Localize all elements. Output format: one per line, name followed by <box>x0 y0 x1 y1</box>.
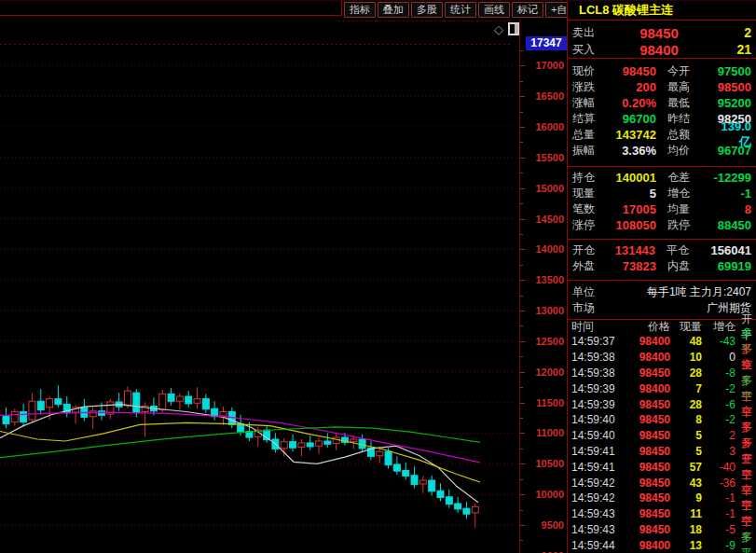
field-value: 156041 <box>711 243 751 257</box>
field-label: 振幅 <box>572 143 606 159</box>
field-value: 200 <box>606 80 656 94</box>
field-label: 持仓 <box>572 170 606 186</box>
field-label: 昨结 <box>656 111 712 127</box>
field-value: 140001 <box>606 171 656 185</box>
candle <box>324 441 331 444</box>
tape-header-cell: 增仓 <box>702 319 735 335</box>
field-value: 5 <box>606 187 656 200</box>
quote-row: 现量5增仓-1 <box>568 186 756 201</box>
field-label: 平仓 <box>655 242 711 258</box>
candle <box>316 441 323 446</box>
quote-section-position: 持仓140001仓差-12299现量5增仓-1笔数17005均量8涨停10805… <box>568 167 756 240</box>
contract-info: 单位每手1吨 主力月:2407市场广州期货 <box>568 281 756 320</box>
field-label: 今开 <box>656 63 712 79</box>
axis-minor-tick <box>520 387 523 388</box>
candle <box>472 506 478 513</box>
tape-row: 14:59:42984509-1空平 <box>568 491 756 506</box>
price-axis: 17347 1700016500160001550015000145001400… <box>519 20 567 553</box>
bid-label: 买入 <box>572 42 606 58</box>
field-label: 总额 <box>656 127 712 143</box>
candle <box>298 443 305 448</box>
trade-price: 98400 <box>627 335 670 348</box>
field-value: 17005 <box>606 202 656 216</box>
field-value: 广州期货 <box>628 300 751 316</box>
trade-volume: 28 <box>670 398 702 411</box>
trade-time: 14:59:37 <box>571 335 627 348</box>
toolbar-button-5[interactable]: 画线 <box>478 2 510 18</box>
candlestick-chart[interactable] <box>0 20 519 553</box>
quote-section-openclose: 开仓131443平仓156041外盘73823内盘69919 <box>568 240 756 281</box>
axis-tick <box>520 372 525 373</box>
quote-row: 振幅3.36%均价96707 <box>568 143 756 159</box>
trade-oi-delta: -2 <box>702 382 735 395</box>
toolbar-button-6[interactable]: 标记 <box>512 2 543 18</box>
axis-tick <box>520 96 525 97</box>
trade-price: 98450 <box>627 523 670 536</box>
toolbar-button-4[interactable]: 统计 <box>445 2 476 18</box>
candle <box>455 504 461 509</box>
trade-volume: 28 <box>670 366 702 380</box>
ask-label: 卖出 <box>572 25 606 41</box>
trade-oi-delta: -5 <box>702 523 735 536</box>
tape-row: 14:59:439845018-5空平 <box>568 522 756 538</box>
axis-label: 9500 <box>542 518 564 532</box>
ma-white <box>0 405 478 503</box>
axis-label: 13000 <box>535 304 564 317</box>
quote-panel: LCL8 碳酸锂主连 卖出984502买入9840021 现价98450今开97… <box>567 1 756 553</box>
field-label: 总量 <box>572 127 606 143</box>
axis-high-value-badge: 17347 <box>526 36 567 50</box>
toolbar-button-1[interactable]: 指标 <box>344 2 376 18</box>
trade-time: 14:59:39 <box>571 398 627 411</box>
field-label: 最高 <box>656 79 712 95</box>
field-value: 131443 <box>606 243 655 257</box>
toolbar-button-3[interactable]: 多股 <box>411 2 443 18</box>
trade-time: 14:59:39 <box>571 382 627 395</box>
trade-oi-delta: -36 <box>702 477 735 490</box>
quote-row: 涨停108050跌停88450 <box>568 217 756 233</box>
field-label: 均价 <box>656 143 712 159</box>
trade-volume: 9 <box>670 491 702 505</box>
trade-time: 14:59:41 <box>571 461 627 474</box>
trade-volume: 8 <box>670 413 702 426</box>
field-value: -1 <box>712 187 751 200</box>
bid-price: 98400 <box>606 42 712 58</box>
trade-volume: 10 <box>670 351 702 364</box>
tape-row: 14:59:419845053多开 <box>568 444 756 460</box>
field-value: 98500 <box>712 80 751 94</box>
tape-header: 时间价格现量增仓开平 <box>568 320 756 334</box>
axis-tick <box>520 433 525 434</box>
candle <box>290 442 296 449</box>
field-value: 108050 <box>606 218 656 232</box>
trade-oi-delta: -9 <box>702 539 735 552</box>
axis-tick <box>520 280 525 281</box>
axis-minor-tick <box>520 325 523 326</box>
tape-header-cell: 现量 <box>670 319 702 335</box>
field-value: 69919 <box>712 259 751 273</box>
trade-time: 14:59:43 <box>571 523 627 536</box>
trade-time: 14:59:43 <box>571 507 627 520</box>
candle <box>238 424 244 433</box>
kline-canvas[interactable] <box>0 20 519 553</box>
field-value: 96707 <box>712 144 751 158</box>
tape-row: 14:59:40984508-2空平 <box>568 412 756 428</box>
time-and-sales: 14:59:379840048-43多平14:59:3898400100多换14… <box>568 334 756 553</box>
ma-magenta <box>0 412 480 463</box>
candle <box>307 443 313 447</box>
trade-price: 98450 <box>627 445 670 458</box>
trade-oi-delta: -1 <box>702 507 735 520</box>
trade-price: 98400 <box>627 351 670 364</box>
ask-row: 卖出984502 <box>568 24 756 41</box>
axis-minor-tick <box>520 50 523 51</box>
diamond-icon[interactable]: ◇ <box>494 23 503 35</box>
candle <box>168 394 174 401</box>
field-value: 88450 <box>712 218 751 232</box>
trade-price: 98400 <box>627 382 670 395</box>
axis-label: 14500 <box>535 213 564 226</box>
trade-volume: 5 <box>670 429 702 442</box>
toolbar-button-2[interactable]: 叠加 <box>378 2 409 18</box>
axis-tick <box>520 158 525 159</box>
tape-row: 14:59:429845043-36空平 <box>568 475 756 491</box>
order-book: 卖出984502买入9840021 <box>568 21 756 59</box>
trade-time: 14:59:44 <box>571 539 627 552</box>
trade-volume: 48 <box>670 335 702 348</box>
